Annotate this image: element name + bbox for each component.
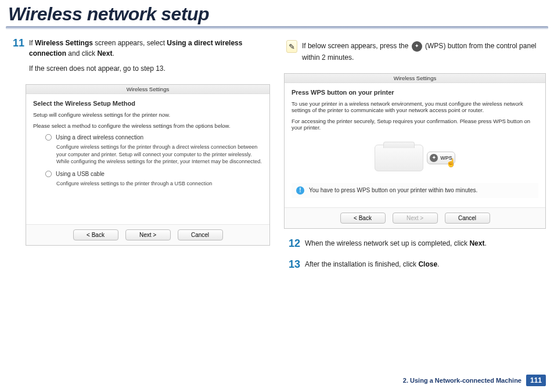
printer-icon: [375, 145, 423, 171]
text: If: [29, 39, 35, 47]
printer-illustration: ✦ WPS ☝: [292, 145, 538, 171]
option-direct-wireless: Using a direct wireless connection Confi…: [45, 134, 262, 166]
tip-note: ✎ If below screen appears, press the ✦ (…: [284, 38, 546, 70]
page-footer: 2. Using a Network-connected Machine 111: [403, 375, 546, 386]
step-13: 13 After the installation is finished, c…: [284, 259, 546, 274]
text: .: [437, 260, 439, 268]
text: and click: [66, 49, 97, 57]
bold-text: Wireless Settings: [35, 39, 93, 47]
cursor-icon: ☝: [446, 158, 456, 167]
text: .: [484, 239, 486, 247]
page-number: 111: [526, 375, 546, 386]
option-label: Using a USB cable: [56, 171, 105, 177]
dialog-title: Wireless Settings: [26, 85, 269, 94]
info-row: ! You have to press WPS button on your p…: [292, 183, 538, 198]
text: .: [112, 49, 114, 57]
step-body: After the installation is finished, clic…: [305, 259, 439, 274]
dialog-buttons: < Back Next > Cancel: [26, 224, 269, 245]
step-11: 11 If Wireless Settings screen appears, …: [8, 38, 270, 78]
footer-section: 2. Using a Network-connected Machine: [403, 377, 521, 384]
text: If the screen does not appear, go to ste…: [29, 63, 270, 74]
page-title: Wireless network setup: [0, 0, 554, 26]
option-usb-cable: Using a USB cable Configure wireless set…: [45, 170, 262, 188]
text: If below screen appears, press the: [302, 42, 411, 50]
option-label: Using a direct wireless connection: [56, 134, 143, 141]
dialog-text: Please select a method to configure the …: [33, 123, 262, 129]
option-description: Configure wireless settings to the print…: [56, 180, 262, 188]
wps-icon: ✦: [412, 41, 422, 52]
step-number: 13: [284, 259, 300, 274]
wps-icon: ✦: [430, 154, 438, 162]
step-body: When the wireless network set up is comp…: [305, 238, 487, 253]
back-button[interactable]: < Back: [73, 229, 118, 240]
radio-usb-cable[interactable]: [45, 171, 52, 177]
dialog-wps: Wireless Settings Press WPS button on yo…: [284, 73, 546, 229]
option-description: Configure wireless settings for the prin…: [56, 143, 262, 166]
step-number: 12: [284, 238, 300, 253]
dialog-text: To use your printer in a wireless networ…: [292, 100, 538, 113]
title-underline: [6, 26, 548, 30]
next-button[interactable]: Next >: [393, 213, 438, 224]
back-button[interactable]: < Back: [340, 213, 386, 224]
text: screen appears, select: [93, 39, 167, 47]
note-icon: ✎: [286, 40, 297, 53]
dialog-heading: Press WPS button on your printer: [292, 89, 538, 96]
dialog-buttons: < Back Next > Cancel: [285, 207, 545, 228]
step-number: 11: [8, 38, 24, 78]
info-text: You have to press WPS button on your pri…: [309, 187, 477, 193]
right-column: ✎ If below screen appears, press the ✦ (…: [284, 38, 546, 280]
text: When the wireless network set up is comp…: [305, 239, 469, 247]
dialog-title: Wireless Settings: [285, 74, 545, 83]
bold-text: Next: [97, 49, 112, 57]
radio-direct-wireless[interactable]: [45, 134, 52, 141]
dialog-text: For accessing the printer securely, Setu…: [292, 118, 538, 131]
bold-text: Close: [418, 260, 437, 268]
wps-button-illustration: ✦ WPS ☝: [427, 152, 455, 164]
cancel-button[interactable]: Cancel: [178, 229, 223, 240]
text: (WPS): [425, 42, 445, 50]
next-button[interactable]: Next >: [125, 229, 171, 240]
info-icon: !: [296, 186, 304, 195]
dialog-text: Setup will configure wireless settings f…: [33, 112, 262, 118]
bold-text: Next: [469, 239, 484, 247]
dialog-heading: Select the Wireless Setup Method: [33, 100, 262, 107]
text: After the installation is finished, clic…: [305, 260, 418, 268]
step-12: 12 When the wireless network set up is c…: [284, 238, 546, 253]
cancel-button[interactable]: Cancel: [445, 213, 490, 224]
step-body: If Wireless Settings screen appears, sel…: [29, 38, 270, 78]
left-column: 11 If Wireless Settings screen appears, …: [8, 38, 270, 280]
dialog-wireless-method: Wireless Settings Select the Wireless Se…: [26, 84, 270, 246]
